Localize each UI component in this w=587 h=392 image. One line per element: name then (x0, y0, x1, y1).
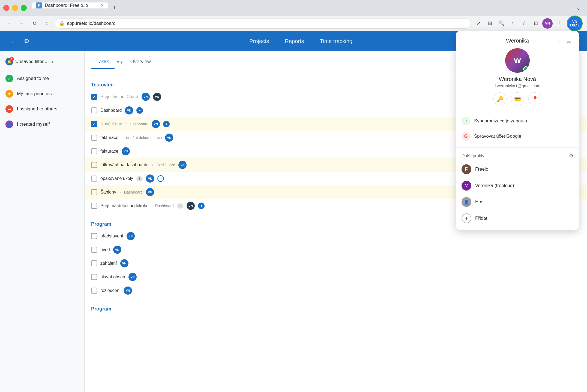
tab-bar: F Dashboard: Freelo.io × + (32, 2, 571, 13)
notification-bell-wrapper: 🔔 1 (5, 58, 13, 65)
task-breadcrumb: Dashboard (124, 190, 143, 194)
lock-icon: 🔒 (59, 21, 65, 26)
notification-bell[interactable]: 🔔 1 (5, 58, 13, 65)
back-button[interactable]: ← (4, 19, 14, 28)
profile-header: Weronika ✏ ↑ W Weronika Nová 1weronicka1… (456, 31, 579, 110)
task-checkbox[interactable] (91, 247, 97, 253)
task-checkbox[interactable] (91, 135, 97, 141)
avatar-chip-dark: VN (153, 93, 161, 101)
assigned-to-me-dot: ✓ (5, 75, 13, 82)
home-button[interactable]: ⌂ (42, 19, 52, 28)
sync-menu-item[interactable]: ↺ Synchronizace je zapnuta (456, 113, 579, 129)
task-checkbox[interactable] (91, 203, 97, 209)
task-checkbox[interactable] (91, 189, 97, 195)
profile-edit-button[interactable]: ✏ (564, 38, 573, 47)
task-arrow: › (151, 204, 152, 208)
task-checkbox[interactable] (91, 274, 97, 280)
profile-avatar-large[interactable]: W (505, 48, 530, 73)
task-checkbox[interactable]: ✓ (91, 121, 97, 127)
active-tab[interactable]: F Dashboard: Freelo.io × (32, 2, 108, 8)
new-tab-button[interactable]: + (109, 2, 120, 13)
task-checkbox[interactable] (91, 288, 97, 294)
group-header-program-2[interactable]: Program (85, 302, 587, 314)
nav-add-icon[interactable]: + (37, 36, 47, 46)
filter-label: Unsaved filter... (15, 59, 47, 64)
avatar-chip: VN (120, 259, 128, 267)
avatar-chip-dark: VN (187, 202, 195, 210)
task-item: zahájení VN (85, 257, 587, 270)
task-checkbox[interactable] (91, 148, 97, 154)
address-bar[interactable]: 🔒 app.freelo.io/dashboard (55, 18, 471, 29)
task-checkbox[interactable] (91, 176, 97, 182)
i-assigned-to-others-dot: ➜ (5, 105, 13, 113)
task-name: fakturace (100, 135, 118, 140)
sidebar-filter-header[interactable]: 🔔 1 Unsaved filter... ▲ (0, 56, 84, 68)
search-button[interactable]: 🔍 (496, 18, 506, 28)
external-link-button[interactable]: ↗ (474, 18, 483, 28)
avatar-chip: VN (113, 246, 121, 254)
nav-time-tracking[interactable]: Time tracking (319, 36, 353, 47)
profile-user-host[interactable]: 👤 Host (456, 194, 579, 210)
nav-projects[interactable]: Projects (248, 36, 270, 47)
nav-home-icon[interactable]: ⌂ (7, 36, 16, 46)
profile-name: Weronika Nová (463, 76, 572, 82)
content-tabs: Tasks ≡ ▾ Overview (91, 56, 156, 69)
sidebar-item-assigned-to-me[interactable]: ✓ Assigned to me (0, 71, 84, 86)
minimize-window-button[interactable] (12, 5, 18, 11)
google-account-label: Spravovat účet Google (474, 134, 521, 139)
profile-user-veronika[interactable]: V Veronika (freelo.io) (456, 177, 579, 194)
avatar-chip: VN (125, 106, 133, 114)
my-task-priorities-label: My task priorities (17, 91, 52, 97)
translate-button[interactable]: ⊞ (485, 18, 495, 28)
forward-button[interactable]: → (17, 19, 27, 28)
more-options-button[interactable]: ⋮ (554, 18, 564, 28)
freelo-label: Freelo (475, 167, 488, 172)
tab-tasks[interactable]: Tasks (91, 56, 115, 69)
sidebar-item-i-created-myself[interactable]: 👤 I created myself (0, 117, 84, 132)
task-checkbox[interactable] (91, 162, 97, 168)
nav-settings-icon[interactable]: ⚙ (22, 36, 32, 46)
avatar-chip: VN (128, 273, 137, 281)
task-name: Přejít na detail podúkolu (100, 203, 147, 208)
add-profile-icon: + (462, 213, 471, 223)
reload-button[interactable]: ↻ (29, 19, 39, 28)
profile-user-freelo[interactable]: F Freelo (456, 161, 579, 177)
notification-badge: 1 (10, 57, 14, 61)
browser-titlebar: F Dashboard: Freelo.io × + ⌄ (0, 0, 587, 16)
task-checkbox[interactable] (91, 260, 97, 266)
tasks-filter-icon[interactable]: ≡ ▾ (115, 56, 125, 69)
add-profile-item[interactable]: + Přidat (456, 210, 579, 227)
profiles-settings-icon[interactable]: ⚙ (569, 153, 573, 159)
tab-overview[interactable]: Overview (125, 56, 156, 69)
bookmark-button[interactable]: ☆ (519, 18, 529, 28)
task-arrow: › (152, 163, 153, 167)
profile-dropdown: Weronika ✏ ↑ W Weronika Nová 1weronicka1… (456, 31, 579, 230)
task-checkbox[interactable]: ✓ (91, 94, 97, 100)
nav-reports[interactable]: Reports (284, 36, 305, 47)
tab-close-button[interactable]: × (101, 3, 104, 8)
profile-share-button[interactable]: ↑ (554, 38, 564, 47)
profile-location-button[interactable]: 📍 (528, 92, 541, 105)
my-task-priorities-dot: ★ (5, 90, 13, 98)
profile-key-button[interactable]: 🔑 (493, 92, 507, 105)
avatar-chip: VN (152, 120, 160, 128)
share-button[interactable]: ↑ (508, 18, 518, 28)
profile-action-icons: 🔑 💳 📍 (463, 92, 572, 105)
sidebar-item-i-assigned-to-others[interactable]: ➜ I assigned to others (0, 101, 84, 117)
browser-profile-avatar[interactable]: VN (542, 18, 553, 29)
task-checkbox[interactable] (91, 233, 97, 239)
sidebar-item-my-task-priorities[interactable]: ★ My task priorities (0, 86, 84, 101)
trial-badge[interactable]: VN TRIAL (567, 16, 583, 31)
circle-status-icon: ● (136, 107, 143, 114)
avatar-chip: VN (127, 232, 135, 240)
task-name: Dashboard (100, 108, 122, 113)
sidebar-button[interactable]: ⊡ (531, 18, 541, 28)
close-window-button[interactable] (3, 5, 9, 11)
filter-chevron: ▲ (50, 59, 54, 64)
browser-menu-button[interactable]: ⌄ (573, 5, 584, 11)
task-name: zahájení (100, 261, 117, 266)
maximize-window-button[interactable] (21, 5, 27, 11)
task-checkbox[interactable] (91, 107, 97, 113)
profile-card-button[interactable]: 💳 (511, 92, 524, 105)
google-account-menu-item[interactable]: G Spravovat účet Google (456, 129, 579, 144)
